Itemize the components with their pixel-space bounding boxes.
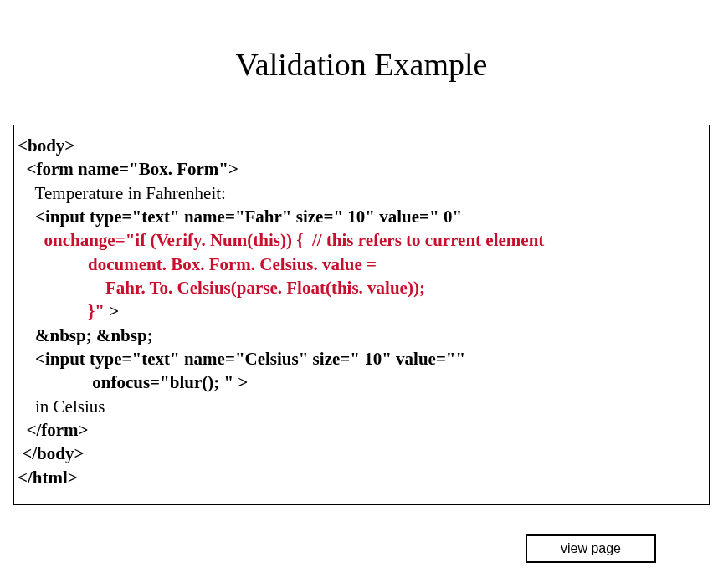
code-line: <form name="Box. Form"> [18,157,705,181]
code-line: Temperature in Fahrenheit: [18,182,705,205]
code-line: <input type="text" name="Fahr" size=" 10… [18,205,705,228]
code-line: }" > [18,299,705,323]
code-line: onfocus="blur(); " > [18,371,705,394]
code-line: </html> [18,466,705,489]
code-line-highlight: Fahr. To. Celsius(parse. Float(this. val… [18,276,705,299]
code-box: <body> <form name="Box. Form"> Temperatu… [13,125,710,505]
slide-title: Validation Example [0,0,723,108]
code-line: </form> [18,418,705,442]
code-line-highlight: document. Box. Form. Celsius. value = [18,253,705,276]
code-line: <input type="text" name="Celsius" size="… [18,347,705,371]
view-page-button[interactable]: view page [526,534,656,563]
code-line: <body> [18,134,705,157]
code-line-highlight: onchange="if (Verify. Num(this)) { // th… [18,228,705,252]
code-line: </body> [18,442,705,465]
code-line: &nbsp; &nbsp; [18,324,705,347]
code-line: in Celsius [18,395,705,418]
